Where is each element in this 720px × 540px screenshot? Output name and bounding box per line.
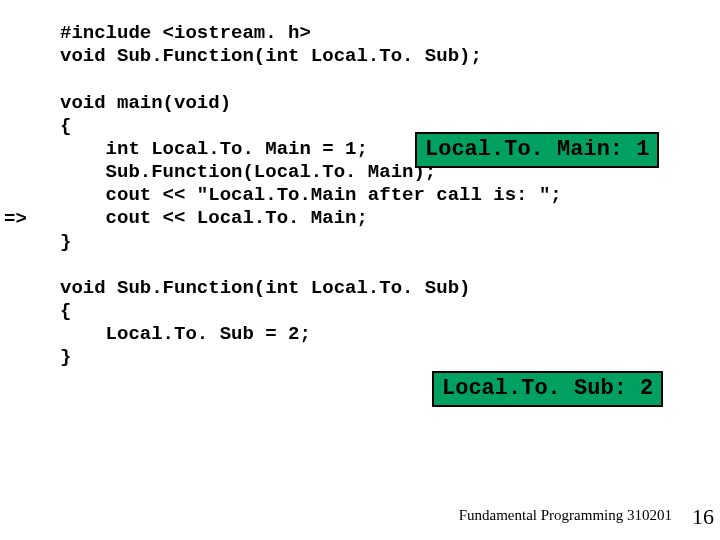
code-listing: #include <iostream. h> void Sub.Function… [60,22,562,370]
footer-course-label: Fundamental Programming 310201 [459,507,672,524]
slide-number: 16 [692,504,714,530]
variable-badge-sub: Local.To. Sub: 2 [432,371,663,407]
execution-pointer-arrow: => [4,208,27,230]
variable-badge-main: Local.To. Main: 1 [415,132,659,168]
